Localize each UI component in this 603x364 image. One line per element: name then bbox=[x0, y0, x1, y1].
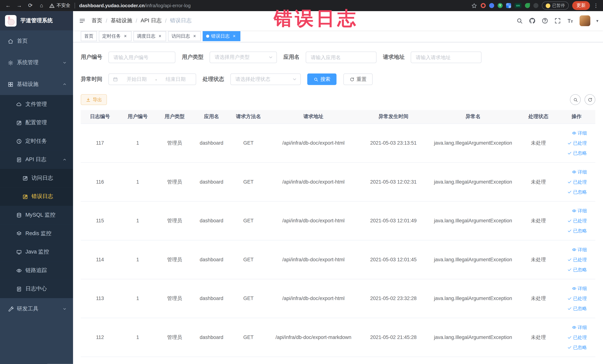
cell-id: 116 bbox=[81, 162, 119, 201]
exception-time-range[interactable]: 开始日期 - 结束日期 bbox=[108, 73, 196, 85]
sidebar-item-7[interactable]: API 日志 bbox=[0, 150, 73, 169]
forward-icon[interactable]: → bbox=[16, 0, 23, 11]
font-size-icon[interactable] bbox=[567, 17, 574, 24]
sidebar-item-12[interactable]: Java 监控 bbox=[0, 243, 73, 261]
processed-link[interactable]: 已处理 bbox=[560, 138, 587, 148]
export-button[interactable]: 导出 bbox=[81, 94, 107, 105]
caret-down-icon[interactable]: ▾ bbox=[596, 18, 598, 23]
tab-close-icon[interactable]: × bbox=[157, 33, 163, 39]
search-button[interactable]: 搜索 bbox=[307, 73, 337, 85]
user-id-input[interactable] bbox=[108, 52, 175, 63]
extension-icon[interactable] bbox=[506, 3, 511, 8]
url-bar[interactable]: dashboard.yudao.iocoder.cn/infra/log/api… bbox=[79, 3, 191, 8]
sidebar-item-9[interactable]: 错误日志 bbox=[0, 187, 73, 206]
ignored-link[interactable]: 已忽略 bbox=[560, 226, 587, 236]
ignored-link[interactable]: 已忽略 bbox=[560, 187, 587, 197]
detail-link[interactable]: 详细 bbox=[560, 167, 587, 177]
github-icon[interactable] bbox=[529, 17, 536, 24]
processed-link[interactable]: 已处理 bbox=[560, 293, 587, 303]
breadcrumb-item[interactable]: 基础设施 bbox=[111, 17, 132, 24]
table-row: 1121管理员dashboardGET/api/infra/db-doc/exp… bbox=[81, 318, 595, 357]
search-icon[interactable] bbox=[516, 17, 523, 24]
cell-url: /api/infra/db-doc/export-html bbox=[267, 124, 360, 163]
extension-icon[interactable] bbox=[481, 3, 486, 8]
sidebar-item-14[interactable]: 日志中心 bbox=[0, 280, 73, 298]
cell-user-type: 管理员 bbox=[156, 318, 193, 357]
extension-icon[interactable] bbox=[533, 3, 538, 8]
tab-item-5[interactable]: 错误日志× bbox=[203, 31, 240, 41]
sidebar-item-5[interactable]: 配置管理 bbox=[0, 114, 73, 132]
user-type-select[interactable]: 请选择用户类型 bbox=[210, 52, 277, 63]
request-url-input[interactable] bbox=[411, 52, 482, 63]
detail-link[interactable]: 详细 bbox=[560, 206, 587, 216]
processed-link[interactable]: 已处理 bbox=[560, 216, 587, 226]
breadcrumb-item[interactable]: API 日志 bbox=[141, 17, 162, 24]
help-icon[interactable] bbox=[542, 17, 548, 24]
extension-icon[interactable] bbox=[525, 3, 530, 8]
sidebar-item-label: 基础设施 bbox=[17, 81, 38, 88]
tab-close-icon[interactable]: × bbox=[232, 33, 237, 39]
sidebar-item-1[interactable]: 首页 bbox=[0, 30, 73, 52]
process-status-select[interactable]: 请选择处理状态 bbox=[231, 73, 301, 85]
browser-menu-icon[interactable]: ⋮ bbox=[593, 3, 598, 9]
sidebar-item-3[interactable]: 基础设施 bbox=[0, 73, 73, 95]
column-header: 请求地址 bbox=[267, 110, 360, 124]
chevron-up-icon bbox=[62, 82, 67, 87]
extension-icon[interactable]: Y bbox=[498, 3, 503, 8]
home-icon[interactable]: ⌂ bbox=[38, 0, 45, 11]
cell-url: /api/infra/db-doc/export-html bbox=[267, 162, 360, 201]
ignored-link[interactable]: 已忽略 bbox=[560, 148, 587, 158]
back-icon[interactable]: ← bbox=[5, 0, 12, 11]
reload-icon[interactable]: ⟳ bbox=[27, 0, 34, 11]
sidebar-item-4[interactable]: 文件管理 bbox=[0, 95, 73, 114]
avatar[interactable] bbox=[580, 15, 590, 26]
detail-link[interactable]: 详细 bbox=[560, 322, 587, 332]
ignored-link[interactable]: 已忽略 bbox=[560, 342, 587, 352]
extension-icon[interactable] bbox=[489, 3, 494, 8]
ignored-link[interactable]: 已忽略 bbox=[560, 264, 587, 274]
sidebar-item-15[interactable]: 研发工具 bbox=[0, 298, 73, 320]
navbar: 首页/基础设施/API 日志/错误日志 ▾ bbox=[73, 11, 603, 30]
sidebar-logo[interactable]: 芋道管理系统 bbox=[0, 11, 73, 30]
bookmark-star-icon[interactable] bbox=[471, 2, 477, 9]
tab-item-4[interactable]: 访问日志× bbox=[168, 31, 201, 41]
processed-link[interactable]: 已处理 bbox=[560, 332, 587, 342]
tab-item-1[interactable]: 首页 bbox=[81, 31, 97, 41]
tab-item-2[interactable]: 定时任务× bbox=[99, 31, 131, 41]
tab-close-icon[interactable]: × bbox=[192, 33, 197, 39]
sidebar-item-6[interactable]: 定时任务 bbox=[0, 132, 73, 151]
detail-link[interactable]: 详细 bbox=[560, 283, 587, 293]
processed-link[interactable]: 已处理 bbox=[560, 254, 587, 264]
sidebar-item-13[interactable]: 链路追踪 bbox=[0, 261, 73, 280]
app-name-input[interactable] bbox=[306, 52, 376, 63]
refresh-icon bbox=[350, 77, 355, 82]
search-toggle-button[interactable] bbox=[570, 94, 581, 105]
column-header: 处理状态 bbox=[519, 110, 557, 124]
sidebar-item-2[interactable]: 系统管理 bbox=[0, 52, 73, 73]
hamburger-icon[interactable] bbox=[73, 11, 92, 30]
paused-badge[interactable]: 已暂停 bbox=[542, 1, 569, 10]
detail-link[interactable]: 详细 bbox=[560, 244, 587, 254]
sidebar-item-8[interactable]: 访问日志 bbox=[0, 169, 73, 188]
sidebar-item-11[interactable]: Redis 监控 bbox=[0, 224, 73, 243]
table-row: 1151管理员dashboardGET/api/infra/db-doc/exp… bbox=[81, 201, 595, 240]
update-button[interactable]: 更新 bbox=[572, 1, 590, 10]
ignored-link-label: 已忽略 bbox=[573, 226, 587, 236]
ignored-link[interactable]: 已忽略 bbox=[560, 303, 587, 313]
tab-item-3[interactable]: 调度日志× bbox=[133, 31, 166, 41]
breadcrumb-item[interactable]: 首页 bbox=[92, 17, 102, 24]
security-label: 不安全 bbox=[57, 2, 70, 9]
sidebar-item-10[interactable]: MySQL 监控 bbox=[0, 206, 73, 224]
fullscreen-icon[interactable] bbox=[554, 17, 561, 24]
refresh-button[interactable] bbox=[584, 94, 595, 105]
security-chip[interactable]: 不安全 bbox=[49, 2, 70, 9]
extension-badge[interactable]: on bbox=[515, 3, 522, 8]
sidebar-item-label: 访问日志 bbox=[32, 175, 53, 182]
processed-link[interactable]: 已处理 bbox=[560, 177, 587, 187]
reset-button[interactable]: 重置 bbox=[344, 73, 373, 85]
cell-time: 2021-05-03 12:02:31 bbox=[360, 162, 427, 201]
check-icon bbox=[567, 218, 572, 223]
detail-link[interactable]: 详细 bbox=[560, 128, 587, 138]
tab-close-icon[interactable]: × bbox=[123, 33, 128, 39]
detail-link-label: 详细 bbox=[578, 167, 587, 177]
